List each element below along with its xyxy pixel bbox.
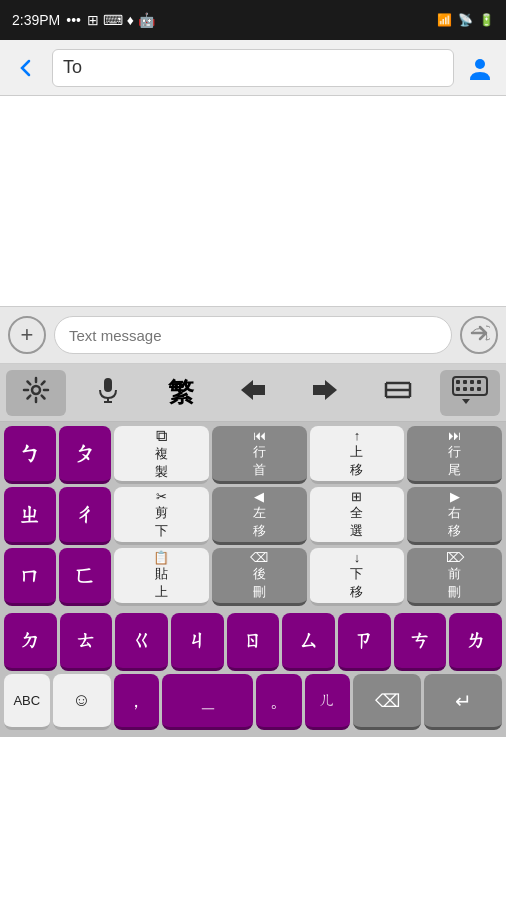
status-bar: 2:39PM ••• ⊞ ⌨ ♦ 🤖 📶 📡 🔋 — [0, 0, 506, 40]
settings-icon — [22, 376, 50, 410]
abc-label: ABC — [13, 693, 40, 708]
key-bopo-c[interactable]: ㄘ — [394, 613, 447, 671]
text-message-input[interactable] — [54, 316, 452, 354]
func-key-down[interactable]: ↓ 下 移 — [310, 548, 405, 606]
left-arrow-icon — [239, 378, 267, 408]
func-icon-left: ◀ — [254, 489, 264, 504]
header-bar — [0, 40, 506, 96]
svg-rect-22 — [477, 387, 481, 391]
trad-label: 繁 — [168, 375, 194, 410]
key-period[interactable]: 。 — [256, 674, 302, 730]
key-bopo-g[interactable]: ㄍ — [115, 613, 168, 671]
backspace-icon: ⌫ — [375, 690, 400, 712]
key-bopo-j[interactable]: ㄐ — [171, 613, 224, 671]
func-text-paste2: 上 — [155, 583, 168, 601]
func-text-copy1: 複 — [155, 445, 168, 463]
func-key-line-end[interactable]: ⏭ 行 尾 — [407, 426, 502, 484]
key-label: ㄅ — [19, 439, 41, 469]
emoji-key[interactable]: ☺ — [53, 674, 111, 730]
signal-dots: ••• — [66, 12, 81, 28]
enter-key[interactable]: ↵ — [424, 674, 502, 730]
to-field[interactable] — [52, 49, 454, 87]
func-text-right1: 右 — [448, 504, 461, 522]
keyboard-hide-btn[interactable] — [440, 370, 500, 416]
key-bopo-t[interactable]: ㄊ — [60, 613, 113, 671]
func-key-paste[interactable]: 📋 貼 上 — [114, 548, 209, 606]
input-bar: + — [0, 306, 506, 364]
func-key-copy[interactable]: ⧉ 複 製 — [114, 426, 209, 484]
svg-marker-5 — [241, 380, 253, 400]
key-bopo-2[interactable]: ㄓ — [4, 487, 56, 545]
wifi-icon: 📶 — [437, 13, 452, 27]
func-icon-select-all: ⊞ — [351, 489, 362, 504]
key-bopo-3[interactable]: ㄔ — [59, 487, 111, 545]
key-bopo-l[interactable]: ㄌ — [449, 613, 502, 671]
backspace-key[interactable]: ⌫ — [353, 674, 421, 730]
func-text-select-all1: 全 — [350, 504, 363, 522]
svg-point-1 — [32, 386, 40, 394]
key-bopo-r[interactable]: ㄖ — [227, 613, 280, 671]
signal-icon: 📡 — [458, 13, 473, 27]
svg-rect-6 — [253, 385, 265, 395]
contact-button[interactable] — [462, 50, 498, 86]
kb-row-bopo-main: ㄉ ㄊ ㄍ ㄐ ㄖ ㄙ ㄗ ㄘ ㄌ — [4, 613, 502, 671]
func-key-up[interactable]: ↑ 上 移 — [310, 426, 405, 484]
left-arrow-btn[interactable] — [223, 370, 283, 416]
svg-rect-8 — [313, 385, 325, 395]
func-text-line-end2: 尾 — [448, 461, 461, 479]
key-label: ㄈ — [74, 561, 96, 591]
send-button[interactable] — [460, 316, 498, 354]
func-icon-cut: ✂ — [156, 489, 167, 504]
abc-key[interactable]: ABC — [4, 674, 50, 730]
settings-toolbar-btn[interactable] — [6, 370, 66, 416]
svg-rect-21 — [470, 387, 474, 391]
mic-toolbar-btn[interactable] — [78, 370, 138, 416]
func-text-up2: 移 — [350, 461, 363, 479]
func-key-select-all[interactable]: ⊞ 全 選 — [310, 487, 405, 545]
func-key-line-start[interactable]: ⏮ 行 首 — [212, 426, 307, 484]
func-text-up1: 上 — [350, 443, 363, 461]
func-key-fwd-del[interactable]: ⌦ 前 刪 — [407, 548, 502, 606]
svg-rect-15 — [456, 380, 460, 384]
add-icon: + — [21, 322, 34, 348]
func-icon-back-del: ⌫ — [250, 550, 268, 565]
func-key-back-del[interactable]: ⌫ 後 刪 — [212, 548, 307, 606]
func-text-copy2: 製 — [155, 463, 168, 481]
func-icon-up: ↑ — [354, 428, 361, 443]
func-text-fwd-del1: 前 — [448, 565, 461, 583]
key-er[interactable]: ㄦ — [305, 674, 351, 730]
key-bopo-4[interactable]: ㄇ — [4, 548, 56, 606]
key-space[interactable]: ＿ — [162, 674, 253, 730]
lines-icon — [384, 378, 412, 408]
svg-rect-17 — [470, 380, 474, 384]
mic-icon — [96, 376, 120, 410]
key-bopo-d[interactable]: ㄉ — [4, 613, 57, 671]
func-key-cut[interactable]: ✂ 剪 下 — [114, 487, 209, 545]
key-bopo-s[interactable]: ㄙ — [282, 613, 335, 671]
key-label: ㄇ — [19, 561, 41, 591]
right-arrow-btn[interactable] — [295, 370, 355, 416]
svg-point-0 — [475, 59, 485, 69]
key-label: ㄔ — [74, 500, 96, 530]
func-text-left1: 左 — [253, 504, 266, 522]
enter-icon: ↵ — [455, 689, 472, 713]
add-button[interactable]: + — [8, 316, 46, 354]
key-comma[interactable]: ， — [114, 674, 160, 730]
back-button[interactable] — [8, 50, 44, 86]
func-text-left2: 移 — [253, 522, 266, 540]
key-bopo-1[interactable]: ㄆ — [59, 426, 111, 484]
message-area — [0, 96, 506, 306]
key-bopo-z[interactable]: ㄗ — [338, 613, 391, 671]
func-key-right[interactable]: ▶ 右 移 — [407, 487, 502, 545]
svg-marker-23 — [462, 399, 470, 404]
func-key-left[interactable]: ◀ 左 移 — [212, 487, 307, 545]
func-text-fwd-del2: 刪 — [448, 583, 461, 601]
trad-chinese-btn[interactable]: 繁 — [151, 370, 211, 416]
func-text-paste1: 貼 — [155, 565, 168, 583]
key-bopo-5[interactable]: ㄈ — [59, 548, 111, 606]
svg-rect-18 — [477, 380, 481, 384]
bottom-keyboard: ㄉ ㄊ ㄍ ㄐ ㄖ ㄙ ㄗ ㄘ ㄌ ABC ☺ — [0, 613, 506, 737]
key-bopo-0[interactable]: ㄅ — [4, 426, 56, 484]
func-text-back-del2: 刪 — [253, 583, 266, 601]
lines-btn[interactable] — [368, 370, 428, 416]
